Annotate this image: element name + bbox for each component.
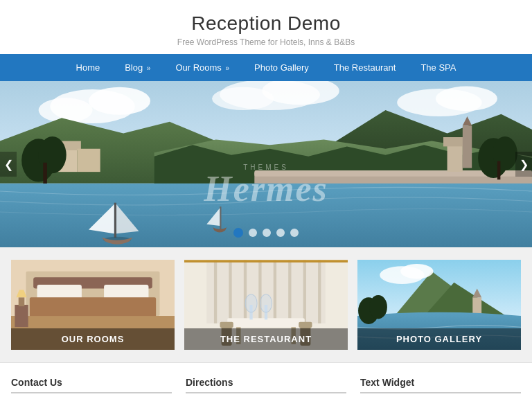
svg-rect-47	[258, 260, 261, 323]
gallery-label: PHOTO GALLERY	[357, 328, 521, 350]
svg-rect-46	[244, 260, 247, 323]
nav-link-restaurant[interactable]: The Restaurant	[321, 54, 409, 81]
site-header: Reception Demo Free WordPress Theme for …	[0, 0, 532, 54]
rooms-label: OUR ROOMS	[11, 328, 175, 350]
nav-arrow-rooms: »	[225, 64, 229, 72]
svg-rect-44	[214, 260, 217, 323]
site-title: Reception Demo	[0, 12, 532, 35]
nav-item-restaurant[interactable]: The Restaurant	[321, 54, 409, 81]
nav-item-gallery[interactable]: Photo Gallery	[242, 54, 321, 81]
svg-rect-61	[220, 322, 233, 328]
widget-directions-title: Directions	[186, 377, 346, 393]
hero-slider: THEMES Hermes ❮ ❯	[0, 81, 532, 247]
svg-rect-63	[299, 322, 312, 328]
widget-contact: Contact Us Demo Name Hotel, Location	[11, 377, 172, 399]
slider-dot-2[interactable]	[249, 229, 257, 237]
widget-directions: Directions	[186, 377, 346, 399]
slider-dot-4[interactable]	[276, 229, 285, 237]
widget-text: Text Widget Donec quam felis, ultricies …	[360, 377, 521, 399]
svg-rect-27	[43, 163, 47, 184]
nav-item-home[interactable]: Home	[64, 54, 113, 81]
nav-list: Home Blog » Our Rooms » Photo Gallery Th…	[64, 54, 469, 81]
slider-dots	[233, 228, 299, 238]
svg-rect-13	[463, 125, 472, 168]
chevron-right-icon: ❯	[520, 158, 529, 171]
svg-rect-65	[184, 260, 348, 263]
svg-point-2	[89, 87, 150, 115]
slider-next-button[interactable]: ❯	[515, 152, 532, 177]
svg-point-26	[39, 136, 66, 173]
svg-rect-19	[114, 203, 116, 238]
feature-box-restaurant[interactable]: THE RESTAURANT	[184, 260, 348, 350]
svg-point-3	[39, 98, 93, 123]
chevron-left-icon: ❮	[4, 158, 13, 171]
svg-rect-48	[274, 260, 276, 323]
svg-rect-18	[0, 184, 532, 247]
svg-point-8	[436, 87, 497, 112]
hero-scene: THEMES Hermes ❮ ❯	[0, 81, 532, 247]
svg-point-6	[212, 87, 274, 110]
svg-rect-23	[220, 206, 221, 229]
footer-widgets: Contact Us Demo Name Hotel, Location Dir…	[0, 362, 532, 399]
nav-link-spa[interactable]: The SPA	[408, 54, 468, 81]
svg-rect-64	[184, 260, 348, 260]
hero-svg	[0, 81, 532, 247]
site-subtitle: Free WordPress Theme for Hotels, Inns & …	[0, 37, 532, 47]
svg-rect-50	[303, 260, 306, 323]
svg-rect-51	[318, 260, 321, 323]
page-wrapper: Reception Demo Free WordPress Theme for …	[0, 0, 532, 399]
restaurant-label: THE RESTAURANT	[184, 328, 348, 350]
nav-link-rooms[interactable]: Our Rooms »	[163, 54, 242, 81]
svg-rect-17	[77, 149, 100, 172]
main-nav: Home Blog » Our Rooms » Photo Gallery Th…	[0, 54, 532, 81]
nav-item-blog[interactable]: Blog »	[112, 54, 163, 81]
svg-rect-45	[229, 260, 231, 323]
feature-box-gallery[interactable]: PHOTO GALLERY	[357, 260, 521, 350]
slider-dot-3[interactable]	[263, 229, 271, 237]
nav-item-spa[interactable]: The SPA	[408, 54, 468, 81]
svg-point-72	[400, 264, 433, 278]
svg-rect-49	[288, 260, 291, 323]
widget-text-title: Text Widget	[360, 377, 521, 393]
nav-link-blog[interactable]: Blog »	[112, 54, 163, 81]
slider-dot-1[interactable]	[233, 228, 243, 238]
svg-point-57	[245, 294, 257, 312]
nav-link-home[interactable]: Home	[64, 54, 113, 81]
nav-item-rooms[interactable]: Our Rooms »	[163, 54, 242, 81]
slider-prev-button[interactable]: ❮	[0, 152, 17, 177]
feature-boxes: OUR ROOMS	[0, 247, 532, 362]
slider-dot-5[interactable]	[290, 229, 299, 237]
svg-rect-39	[15, 305, 28, 327]
widget-contact-title: Contact Us	[11, 377, 172, 393]
svg-rect-40	[19, 297, 25, 306]
svg-rect-30	[497, 161, 500, 180]
svg-point-59	[260, 294, 272, 312]
svg-point-70	[369, 295, 387, 319]
svg-point-29	[493, 136, 517, 170]
feature-box-rooms[interactable]: OUR ROOMS	[11, 260, 175, 350]
nav-link-gallery[interactable]: Photo Gallery	[242, 54, 321, 81]
nav-arrow-blog: »	[147, 64, 151, 72]
